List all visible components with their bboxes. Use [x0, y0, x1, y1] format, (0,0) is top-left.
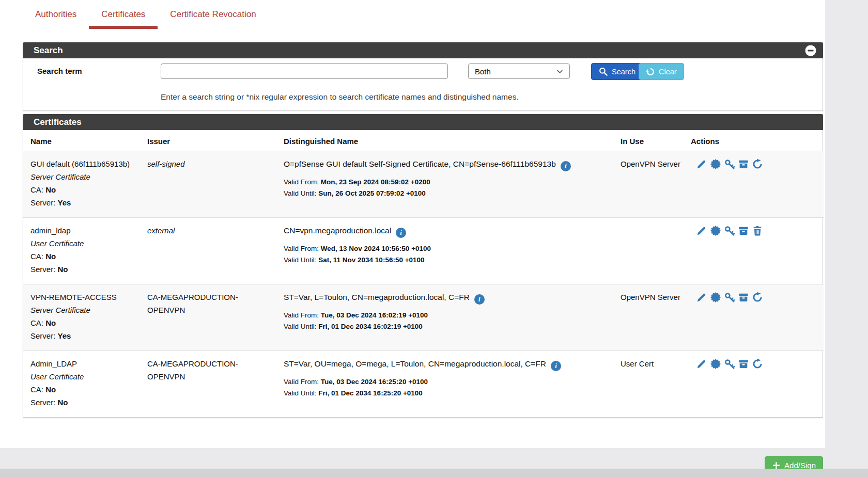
ca-flag: CA: No [30, 183, 139, 196]
certificate-name: admin_ldap [30, 224, 139, 237]
edit-icon[interactable] [696, 225, 707, 236]
distinguished-name: ST=Var, L=Toulon, CN=megaproduction.loca… [284, 293, 470, 301]
clear-button-label: Clear [659, 68, 677, 76]
valid-until: Valid Until: Sat, 11 Nov 2034 10:56:50 +… [284, 254, 612, 266]
edit-icon[interactable] [696, 358, 707, 370]
export-certificate-icon[interactable] [710, 358, 721, 370]
issuer-cell: external [143, 218, 280, 284]
certificate-type: Server Certificate [30, 304, 139, 316]
distinguished-name: ST=Var, OU=mega, O=mega, L=Toulon, CN=me… [284, 359, 546, 368]
info-icon[interactable]: i [474, 294, 485, 305]
export-p12-icon[interactable] [738, 158, 749, 170]
valid-until: Valid Until: Sun, 26 Oct 2025 07:59:02 +… [284, 188, 612, 199]
column-header-distinguished-name: Distinguished Name [280, 130, 616, 151]
search-panel-heading: Search [23, 42, 823, 58]
tab-authorities[interactable]: Authorities [23, 5, 89, 29]
issuer-cell: CA-MEGAPRODUCTION-OPENVPN [143, 284, 280, 351]
name-cell: VPN-REMOTE-ACCESS Server Certificate CA:… [23, 284, 143, 351]
column-header-actions: Actions [687, 130, 824, 151]
export-p12-icon[interactable] [738, 225, 749, 236]
valid-from: Valid From: Tue, 03 Dec 2024 16:25:20 +0… [284, 376, 612, 388]
certificates-panel-heading: Certificates [23, 114, 823, 130]
export-p12-icon[interactable] [738, 358, 749, 370]
distinguished-name-cell: ST=Var, L=Toulon, CN=megaproduction.loca… [280, 284, 616, 351]
valid-from: Valid From: Tue, 03 Dec 2024 16:02:19 +0… [284, 310, 612, 321]
valid-until: Valid Until: Fri, 01 Dec 2034 16:25:20 +… [284, 388, 612, 399]
renew-icon[interactable] [752, 292, 763, 303]
certificate-name: VPN-REMOTE-ACCESS [30, 291, 139, 304]
undo-icon [646, 67, 655, 76]
edit-icon[interactable] [696, 292, 707, 303]
valid-from: Valid From: Mon, 23 Sep 2024 08:59:02 +0… [284, 177, 612, 188]
column-header-issuer: Issuer [143, 130, 280, 151]
add-sign-button-label: Add/Sign [784, 461, 816, 470]
table-row: admin_ldap User Certificate CA: No Serve… [23, 218, 824, 284]
certificate-name: GUI default (66f111b65913b) [30, 157, 139, 170]
certificates-panel: Certificates Name Issuer Distinguished N… [23, 114, 823, 418]
issuer-cell: self-signed [143, 151, 280, 218]
column-header-in-use: In Use [616, 130, 687, 151]
collapse-panel-icon[interactable] [804, 44, 817, 57]
distinguished-name: CN=vpn.megaproduction.local [284, 226, 391, 235]
tab-certificates[interactable]: Certificates [89, 5, 158, 29]
actions-cell [687, 151, 824, 218]
export-key-icon[interactable] [724, 292, 735, 303]
certificates-table: Name Issuer Distinguished Name In Use Ac… [23, 130, 824, 417]
search-button[interactable]: Search [591, 63, 643, 80]
export-certificate-icon[interactable] [710, 292, 721, 303]
table-row: Admin_LDAP User Certificate CA: No Serve… [23, 351, 824, 418]
info-icon[interactable]: i [396, 228, 406, 238]
search-button-label: Search [612, 68, 636, 76]
certificates-panel-title: Certificates [34, 117, 82, 128]
search-scope-value: Both [475, 67, 491, 76]
search-scope-select[interactable]: Both [468, 63, 570, 79]
valid-until: Valid Until: Fri, 01 Dec 2034 16:02:19 +… [284, 321, 612, 332]
export-key-icon[interactable] [724, 358, 735, 370]
certificate-type: User Certificate [30, 237, 139, 250]
search-term-input[interactable] [161, 63, 448, 79]
search-term-label: Search term [37, 67, 82, 75]
server-flag: Server: No [30, 263, 139, 276]
plus-icon [772, 461, 781, 470]
chevron-down-icon [556, 68, 563, 75]
in-use-cell: User Cert [616, 351, 687, 418]
issuer-cell: CA-MEGAPRODUCTION-OPENVPN [143, 351, 280, 418]
tab-bar: Authorities Certificates Certificate Rev… [23, 0, 269, 29]
in-use-cell: OpenVPN Server [616, 284, 687, 351]
column-header-name: Name [23, 130, 143, 151]
info-icon[interactable]: i [561, 161, 571, 171]
server-flag: Server: Yes [30, 329, 139, 342]
name-cell: GUI default (66f111b65913b) Server Certi… [23, 151, 143, 218]
table-row: GUI default (66f111b65913b) Server Certi… [23, 151, 824, 218]
export-certificate-icon[interactable] [710, 225, 721, 236]
ca-flag: CA: No [30, 250, 139, 263]
tab-certificate-revocation[interactable]: Certificate Revocation [158, 5, 268, 29]
info-icon[interactable]: i [551, 361, 561, 371]
certificate-name: Admin_LDAP [30, 357, 139, 370]
distinguished-name: O=pfSense GUI default Self-Signed Certif… [284, 160, 556, 168]
edit-icon[interactable] [696, 158, 707, 170]
actions-cell [687, 284, 824, 351]
export-p12-icon[interactable] [738, 292, 749, 303]
certificate-type: Server Certificate [30, 170, 139, 183]
bottom-band [0, 469, 868, 478]
in-use-cell [616, 218, 687, 284]
renew-icon[interactable] [752, 358, 763, 370]
server-flag: Server: No [30, 396, 139, 409]
distinguished-name-cell: O=pfSense GUI default Self-Signed Certif… [280, 151, 616, 218]
name-cell: Admin_LDAP User Certificate CA: No Serve… [23, 351, 143, 418]
clear-button[interactable]: Clear [639, 63, 684, 80]
search-panel-title: Search [34, 45, 63, 56]
export-certificate-icon[interactable] [710, 158, 721, 170]
distinguished-name-cell: CN=vpn.megaproduction.locali Valid From:… [280, 218, 616, 284]
actions-cell [687, 218, 824, 284]
certificate-type: User Certificate [30, 370, 139, 383]
search-help-text: Enter a search string or *nix regular ex… [161, 92, 519, 102]
export-key-icon[interactable] [724, 225, 735, 236]
renew-icon[interactable] [752, 158, 763, 170]
table-row: VPN-REMOTE-ACCESS Server Certificate CA:… [23, 284, 824, 351]
export-key-icon[interactable] [724, 158, 735, 170]
delete-icon[interactable] [752, 225, 763, 236]
search-panel: Search Search term Both Search Clear Ent… [23, 42, 823, 111]
ca-flag: CA: No [30, 316, 139, 329]
